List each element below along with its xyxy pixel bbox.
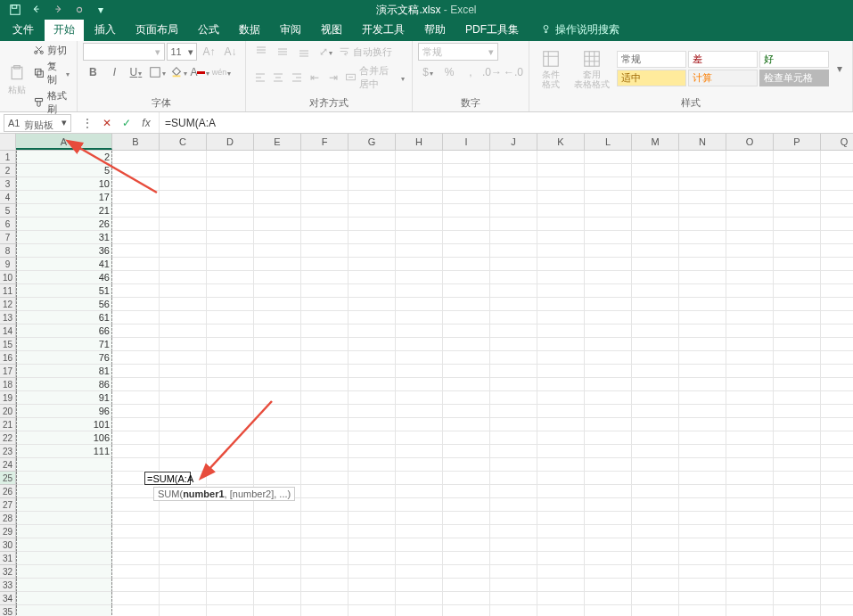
cell[interactable]: [16, 605, 112, 616]
cell[interactable]: [160, 231, 207, 244]
cell[interactable]: [207, 151, 254, 164]
cell[interactable]: [112, 258, 160, 271]
cell[interactable]: [301, 391, 349, 405]
row-head-29[interactable]: 29: [0, 525, 15, 538]
cell[interactable]: [443, 485, 490, 498]
cell[interactable]: [349, 485, 396, 498]
increase-font-button[interactable]: A↑: [199, 43, 218, 61]
cell[interactable]: [254, 378, 301, 391]
cell[interactable]: [774, 579, 821, 592]
cell[interactable]: [537, 244, 585, 258]
cell[interactable]: [537, 324, 585, 338]
cell[interactable]: [490, 445, 537, 458]
cell[interactable]: 17: [16, 191, 112, 204]
cell[interactable]: [632, 365, 679, 378]
cell[interactable]: [396, 579, 443, 592]
save-button[interactable]: [5, 1, 25, 19]
col-head-H[interactable]: H: [396, 134, 443, 150]
cell[interactable]: [112, 378, 160, 391]
cell[interactable]: [679, 164, 726, 177]
cell[interactable]: [112, 605, 160, 616]
italic-button[interactable]: I: [104, 63, 124, 81]
comma-button[interactable]: ,: [461, 63, 480, 81]
cell[interactable]: [774, 472, 821, 485]
cell[interactable]: [396, 231, 443, 244]
cell[interactable]: [301, 445, 349, 458]
cell[interactable]: [632, 565, 679, 579]
cell[interactable]: [443, 405, 490, 418]
cell[interactable]: [443, 418, 490, 431]
cell[interactable]: [537, 472, 585, 485]
cell[interactable]: [537, 231, 585, 244]
cell[interactable]: [585, 231, 632, 244]
col-head-G[interactable]: G: [349, 134, 396, 150]
cell[interactable]: [537, 218, 585, 231]
cell[interactable]: [16, 579, 112, 592]
cell[interactable]: [349, 191, 396, 204]
cell[interactable]: [585, 605, 632, 616]
cell[interactable]: [349, 164, 396, 177]
confirm-edit-button[interactable]: ✓: [118, 114, 135, 132]
cell[interactable]: 76: [16, 351, 112, 365]
cell[interactable]: [349, 218, 396, 231]
cell[interactable]: [160, 538, 207, 552]
cell[interactable]: [349, 351, 396, 365]
align-middle-button[interactable]: [273, 43, 292, 61]
cell[interactable]: [207, 592, 254, 605]
cell[interactable]: [632, 418, 679, 431]
cell[interactable]: [585, 164, 632, 177]
cell[interactable]: [301, 284, 349, 298]
cell[interactable]: [301, 485, 349, 498]
cell[interactable]: [537, 525, 585, 538]
tab-view[interactable]: 视图: [312, 19, 351, 41]
cell[interactable]: [679, 391, 726, 405]
style-bad[interactable]: 差: [688, 51, 758, 68]
cell[interactable]: [160, 458, 207, 472]
cell[interactable]: [396, 151, 443, 164]
cell[interactable]: [396, 431, 443, 445]
cell[interactable]: [632, 351, 679, 365]
cell[interactable]: [821, 512, 853, 525]
cell[interactable]: [774, 552, 821, 565]
format-painter-button[interactable]: 格式刷: [31, 88, 71, 117]
cell[interactable]: 111: [16, 445, 112, 458]
cell[interactable]: [726, 177, 774, 191]
percent-button[interactable]: %: [439, 63, 459, 81]
cell[interactable]: [160, 338, 207, 351]
row-head-15[interactable]: 15: [0, 338, 15, 351]
cell[interactable]: [821, 431, 853, 445]
col-head-D[interactable]: D: [207, 134, 254, 150]
cell[interactable]: 96: [16, 405, 112, 418]
cell[interactable]: [774, 151, 821, 164]
cell[interactable]: [585, 565, 632, 579]
cell[interactable]: [537, 151, 585, 164]
increase-decimal-button[interactable]: .0→: [482, 63, 502, 81]
cell[interactable]: [726, 592, 774, 605]
cell[interactable]: [254, 191, 301, 204]
cell[interactable]: [585, 512, 632, 525]
cell[interactable]: [396, 498, 443, 512]
formula-input[interactable]: =SUM(A:A: [160, 117, 853, 129]
cell[interactable]: [301, 311, 349, 324]
cell[interactable]: 46: [16, 271, 112, 284]
cell[interactable]: [679, 258, 726, 271]
cell[interactable]: [349, 512, 396, 525]
cell[interactable]: [349, 231, 396, 244]
cell[interactable]: [537, 177, 585, 191]
cell[interactable]: [207, 445, 254, 458]
cell[interactable]: 21: [16, 204, 112, 218]
cell[interactable]: [632, 311, 679, 324]
cell[interactable]: [112, 391, 160, 405]
cell[interactable]: [207, 177, 254, 191]
cell[interactable]: [349, 445, 396, 458]
cell[interactable]: 86: [16, 378, 112, 391]
cell[interactable]: [821, 538, 853, 552]
cell[interactable]: [726, 365, 774, 378]
cell[interactable]: [396, 311, 443, 324]
cell[interactable]: [821, 605, 853, 616]
cell[interactable]: [537, 579, 585, 592]
cell[interactable]: [821, 405, 853, 418]
cell[interactable]: [16, 512, 112, 525]
col-head-M[interactable]: M: [632, 134, 679, 150]
cell[interactable]: [160, 218, 207, 231]
